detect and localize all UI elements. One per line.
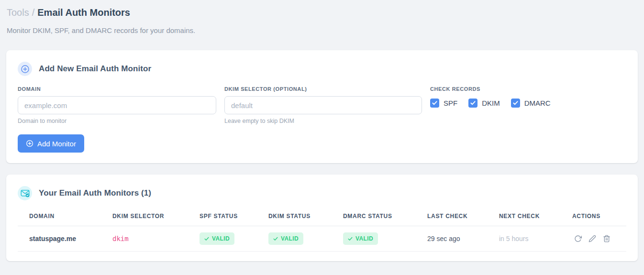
add-monitor-button-label: Add Monitor xyxy=(37,140,76,148)
add-monitor-card-title: Add New Email Auth Monitor xyxy=(39,64,151,74)
monitors-table: DOMAIN DKIM SELECTOR SPF STATUS DKIM STA… xyxy=(18,205,626,252)
column-header-dkim-selector: DKIM SELECTOR xyxy=(112,205,200,226)
page-title: Email Auth Monitors xyxy=(37,7,130,18)
column-header-domain: DOMAIN xyxy=(18,205,112,226)
table-row: statuspage.me dkim VALID VALID xyxy=(18,226,626,252)
add-monitor-card-header: Add New Email Auth Monitor xyxy=(18,62,626,76)
check-icon xyxy=(470,101,476,105)
check-icon xyxy=(273,237,278,241)
monitor-dkim-selector: dkim xyxy=(112,226,200,252)
breadcrumb-tools-link[interactable]: Tools xyxy=(7,7,29,18)
dmarc-checkbox-label: DMARC xyxy=(524,99,551,107)
dkim-checkbox[interactable]: DKIM xyxy=(468,99,500,108)
refresh-button[interactable] xyxy=(572,233,584,244)
monitor-domain: statuspage.me xyxy=(18,226,112,252)
column-header-dmarc-status: DMARC STATUS xyxy=(343,205,427,226)
breadcrumb: Tools/Email Auth Monitors xyxy=(6,7,638,18)
domain-helper-text: Domain to monitor xyxy=(18,118,216,124)
dkim-selector-helper-text: Leave empty to skip DKIM xyxy=(224,118,422,124)
dmarc-checkbox[interactable]: DMARC xyxy=(511,99,551,108)
dkim-selector-input[interactable] xyxy=(224,96,422,114)
refresh-icon xyxy=(574,235,582,242)
check-icon xyxy=(513,101,518,105)
breadcrumb-separator: / xyxy=(32,7,35,18)
dkim-checkbox-box[interactable] xyxy=(468,99,477,108)
monitors-list-card: Your Email Auth Monitors (1) DOMAIN DKIM… xyxy=(6,175,638,261)
dkim-checkbox-label: DKIM xyxy=(482,99,500,107)
monitors-card-title: Your Email Auth Monitors (1) xyxy=(39,188,151,198)
email-auth-monitors-page: Tools/Email Auth Monitors Monitor DKIM, … xyxy=(0,0,644,261)
spf-checkbox-box[interactable] xyxy=(430,99,439,108)
add-monitor-button[interactable]: Add Monitor xyxy=(18,134,84,153)
spf-checkbox[interactable]: SPF xyxy=(430,99,457,108)
column-header-next-check: NEXT CHECK xyxy=(499,205,572,226)
column-header-last-check: LAST CHECK xyxy=(427,205,499,226)
spf-status-badge: VALID xyxy=(200,232,234,245)
dmarc-checkbox-box[interactable] xyxy=(511,99,520,108)
pencil-icon xyxy=(588,235,596,242)
column-header-dkim-status: DKIM STATUS xyxy=(268,205,343,226)
check-records-label: CHECK RECORDS xyxy=(430,86,551,92)
column-header-spf-status: SPF STATUS xyxy=(200,205,268,226)
dkim-selector-label: DKIM SELECTOR (OPTIONAL) xyxy=(224,86,422,92)
monitor-last-check: 29 sec ago xyxy=(427,226,499,252)
edit-button[interactable] xyxy=(587,233,598,244)
monitor-next-check: in 5 hours xyxy=(499,226,572,252)
domain-input[interactable] xyxy=(18,96,216,114)
check-icon xyxy=(204,237,209,241)
monitors-card-header: Your Email Auth Monitors (1) xyxy=(18,186,626,200)
envelope-check-icon xyxy=(18,186,32,200)
add-monitor-card: Add New Email Auth Monitor DOMAIN Domain… xyxy=(6,50,638,163)
dkim-selector-field-group: DKIM SELECTOR (OPTIONAL) Leave empty to … xyxy=(224,86,422,124)
plus-circle-icon xyxy=(26,140,33,147)
trash-icon xyxy=(603,235,611,242)
table-header-row: DOMAIN DKIM SELECTOR SPF STATUS DKIM STA… xyxy=(18,205,626,226)
check-icon xyxy=(348,237,353,241)
plus-circle-icon xyxy=(18,62,32,76)
domain-field-group: DOMAIN Domain to monitor xyxy=(18,86,216,124)
dmarc-status-badge: VALID xyxy=(343,232,378,245)
add-monitor-form: DOMAIN Domain to monitor DKIM SELECTOR (… xyxy=(18,86,626,124)
delete-button[interactable] xyxy=(601,233,612,244)
check-icon xyxy=(432,101,437,105)
domain-label: DOMAIN xyxy=(18,86,216,92)
page-subtitle: Monitor DKIM, SPF, and DMARC records for… xyxy=(7,26,638,34)
column-header-actions: ACTIONS xyxy=(572,205,626,226)
row-actions xyxy=(572,233,622,244)
check-records-group: CHECK RECORDS SPF DKIM xyxy=(430,86,551,124)
dkim-status-badge: VALID xyxy=(268,232,303,245)
spf-checkbox-label: SPF xyxy=(444,99,457,107)
